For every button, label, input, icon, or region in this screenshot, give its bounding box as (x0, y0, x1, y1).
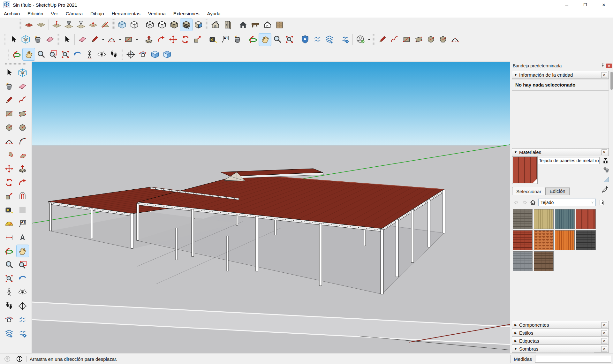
tool-lt-scale[interactable] (3, 190, 15, 202)
tool-style-shaded-textures[interactable] (180, 19, 192, 31)
tool-lt-select[interactable] (3, 66, 15, 79)
shapes-options-dropdown-icon[interactable] (134, 34, 139, 46)
tool-arcs[interactable] (105, 34, 117, 46)
sample-paint-swatch[interactable] (602, 175, 610, 184)
tool-component-dresser[interactable] (273, 19, 285, 31)
tool-section-plane[interactable] (137, 48, 149, 60)
material-swatch-tejas-carbon[interactable] (576, 230, 596, 250)
section-close-button[interactable]: ✕ (601, 330, 607, 336)
tool-line[interactable] (88, 34, 101, 46)
tab-edicion[interactable]: Edición (545, 187, 569, 195)
tool-paint-bucket[interactable] (32, 34, 44, 46)
minimize-button[interactable]: ─ (557, 0, 576, 10)
tool-tape-measure[interactable] (207, 34, 219, 46)
tool-sandbox-drape[interactable] (75, 19, 87, 31)
tool-move[interactable] (167, 34, 179, 46)
tool-follow-me[interactable] (155, 34, 167, 46)
section-close-button[interactable]: ✕ (601, 72, 607, 78)
tool-shapes[interactable] (122, 34, 134, 46)
tool-style-shaded[interactable] (168, 19, 180, 31)
tool-walk[interactable] (108, 48, 120, 60)
material-swatch-teja-gris-azulada[interactable] (513, 251, 533, 271)
tool-account-signin[interactable] (354, 34, 367, 46)
tool-section-flip[interactable] (311, 34, 323, 46)
section-estilos[interactable]: ▶ Estilos ✕ (512, 329, 609, 337)
row3-drag-handle[interactable] (7, 49, 9, 60)
create-material-button[interactable] (603, 166, 610, 174)
tool-warehouse-component-cabinet[interactable] (221, 19, 233, 31)
tool-draw-line[interactable] (376, 34, 388, 46)
tool-lt-polygon[interactable] (17, 121, 29, 133)
row2-drag-handle[interactable] (373, 34, 375, 45)
tool-draw-arc[interactable] (449, 34, 461, 46)
tool-section-settings[interactable] (339, 34, 351, 46)
tool-style-back-edges[interactable] (128, 19, 140, 31)
tool-sandbox-stamp[interactable] (63, 19, 75, 31)
row1-drag-handle[interactable] (112, 19, 115, 30)
tool-lt-line[interactable] (3, 94, 15, 106)
section-materials[interactable]: ▼ Materiales ✕ (512, 148, 609, 156)
menu-ayuda[interactable]: Ayuda (203, 10, 224, 18)
line-options-dropdown-icon[interactable] (101, 34, 105, 46)
tool-eraser[interactable] (44, 34, 56, 46)
tool-draw-polygon[interactable] (437, 34, 449, 46)
tool-warehouse-component-house[interactable] (209, 19, 221, 31)
tool-lt-section-display[interactable] (3, 327, 15, 339)
tool-lt-axes-compass[interactable]: C (17, 300, 29, 312)
menu-edicion[interactable]: Edición (24, 10, 47, 18)
model-viewport[interactable] (32, 62, 510, 353)
material-swatch-tejas-marron[interactable] (534, 251, 554, 271)
tool-lt-rotate[interactable] (3, 176, 15, 188)
row1-drag-handle[interactable] (206, 19, 208, 30)
tool-draw-circle[interactable] (425, 34, 437, 46)
tool-classifier[interactable] (299, 34, 311, 46)
tool-lt-3d-text[interactable] (17, 231, 29, 243)
tool-section-display[interactable] (323, 34, 335, 46)
tool-lt-pie[interactable] (3, 149, 15, 161)
tool-lt-tape-measure[interactable] (3, 204, 15, 216)
tool-draw-freehand[interactable] (388, 34, 400, 46)
section-close-button[interactable]: ✕ (601, 346, 607, 352)
tool-camera-previous[interactable] (71, 48, 83, 60)
section-etiquetas[interactable]: ▶ Etiquetas ✕ (512, 337, 609, 345)
tool-sandbox-smoove[interactable] (50, 19, 63, 31)
tool-lt-zoom-window[interactable] (17, 259, 29, 271)
tool-select-2[interactable] (61, 34, 73, 46)
tool-camera-zoom-extents[interactable] (59, 48, 71, 60)
section-componentes[interactable]: ▶ Componentes ✕ (512, 321, 609, 329)
tray-scrollbar[interactable] (610, 72, 613, 90)
tool-lt-dimensions[interactable] (3, 231, 15, 243)
tool-sandbox-flip-edge[interactable] (99, 19, 111, 31)
active-material-name[interactable]: Tejado de páneles de metal ro (538, 157, 600, 164)
tool-lt-position-camera[interactable] (3, 286, 15, 298)
sample-eyedropper-icon[interactable] (602, 186, 609, 193)
measures-input[interactable] (535, 355, 611, 363)
tool-sandbox-add-detail[interactable] (87, 19, 99, 31)
tool-camera-orbit[interactable] (11, 48, 23, 60)
tool-lt-freehand[interactable] (17, 94, 29, 106)
tool-paint-bucket-2[interactable] (231, 34, 243, 46)
section-close-button[interactable]: ✕ (601, 338, 607, 344)
tool-lt-eraser[interactable] (17, 80, 29, 92)
section-entity-info[interactable]: ▼ Información de la entidad ✕ (512, 71, 609, 79)
menu-ver[interactable]: Ver (47, 10, 62, 18)
tool-rotate[interactable] (179, 34, 191, 46)
tool-camera-zoom-window[interactable] (47, 48, 59, 60)
home-button[interactable] (529, 199, 537, 206)
section-close-button[interactable]: ✕ (601, 322, 607, 328)
tool-lt-rectangle[interactable] (3, 108, 15, 120)
tool-sandbox-from-contours[interactable] (23, 19, 35, 31)
tray-close-button[interactable]: x (606, 64, 612, 68)
tool-style-xray[interactable] (116, 19, 128, 31)
material-swatch-tejas-grises[interactable] (513, 209, 533, 229)
tool-draw-rectangle[interactable] (400, 34, 412, 46)
tool-component-furniture[interactable] (249, 19, 261, 31)
tool-component-home[interactable] (237, 19, 249, 31)
tool-lt-offset[interactable] (17, 190, 29, 202)
tool-lt-rotated-rectangle[interactable] (17, 108, 29, 120)
palette-drag-handle[interactable] (5, 63, 27, 65)
tool-component-house-outline[interactable] (261, 19, 273, 31)
row3-drag-handle[interactable] (121, 49, 123, 60)
tool-style-hidden-line[interactable] (156, 19, 168, 31)
tool-view-top[interactable] (161, 48, 173, 60)
